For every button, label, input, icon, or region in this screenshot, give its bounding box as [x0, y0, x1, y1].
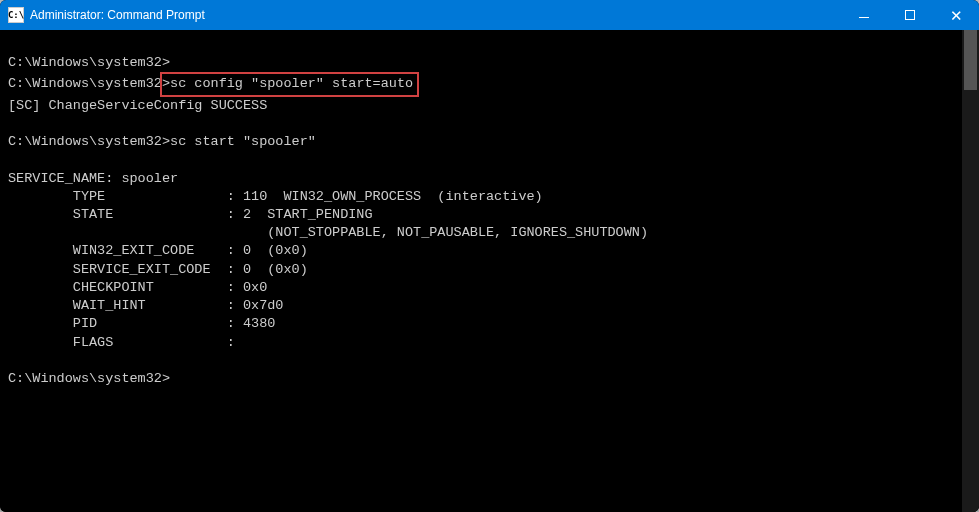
prompt-path: C:\Windows\system32> [8, 134, 170, 149]
output-line: FLAGS : [8, 334, 971, 352]
prompt-line: C:\Windows\system32>sc config "spooler" … [8, 72, 971, 96]
prompt-path: C:\Windows\system32> [8, 371, 170, 386]
command-prompt-window: C:\ Administrator: Command Prompt ✕ C:\W… [0, 0, 979, 512]
output-line: WIN32_EXIT_CODE : 0 (0x0) [8, 242, 971, 260]
output-line: SERVICE_EXIT_CODE : 0 (0x0) [8, 261, 971, 279]
command-text: sc config "spooler" start=auto [170, 76, 413, 91]
prompt-line: C:\Windows\system32>sc start "spooler" [8, 133, 971, 151]
output-line [8, 151, 971, 169]
output-line: SERVICE_NAME: spooler [8, 170, 971, 188]
prompt-line: C:\Windows\system32> [8, 54, 971, 72]
output-line: PID : 4380 [8, 315, 971, 333]
prompt-path: C:\Windows\system32 [8, 76, 162, 91]
output-line: [SC] ChangeServiceConfig SUCCESS [8, 97, 971, 115]
window-title: Administrator: Command Prompt [30, 8, 841, 22]
maximize-button[interactable] [887, 0, 933, 30]
close-button[interactable]: ✕ [933, 0, 979, 30]
cmd-app-icon: C:\ [8, 7, 24, 23]
maximize-icon [905, 10, 915, 20]
command-text: sc start "spooler" [170, 134, 316, 149]
output-line [8, 115, 971, 133]
prompt-line: C:\Windows\system32> [8, 370, 971, 388]
window-controls: ✕ [841, 0, 979, 30]
prompt-path: C:\Windows\system32> [8, 55, 170, 70]
output-line: (NOT_STOPPABLE, NOT_PAUSABLE, IGNORES_SH… [8, 224, 971, 242]
minimize-button[interactable] [841, 0, 887, 30]
terminal-area[interactable]: C:\Windows\system32> C:\Windows\system32… [0, 30, 979, 512]
prompt-gt: > [162, 76, 170, 91]
output-line: WAIT_HINT : 0x7d0 [8, 297, 971, 315]
output-line: STATE : 2 START_PENDING [8, 206, 971, 224]
output-line [8, 36, 971, 54]
output-line [8, 352, 971, 370]
output-line: TYPE : 110 WIN32_OWN_PROCESS (interactiv… [8, 188, 971, 206]
output-line: CHECKPOINT : 0x0 [8, 279, 971, 297]
close-icon: ✕ [950, 8, 963, 23]
scrollbar-thumb[interactable] [964, 30, 977, 90]
highlighted-command: >sc config "spooler" start=auto [160, 72, 419, 96]
vertical-scrollbar[interactable] [962, 30, 979, 512]
minimize-icon [859, 17, 869, 18]
titlebar[interactable]: C:\ Administrator: Command Prompt ✕ [0, 0, 979, 30]
